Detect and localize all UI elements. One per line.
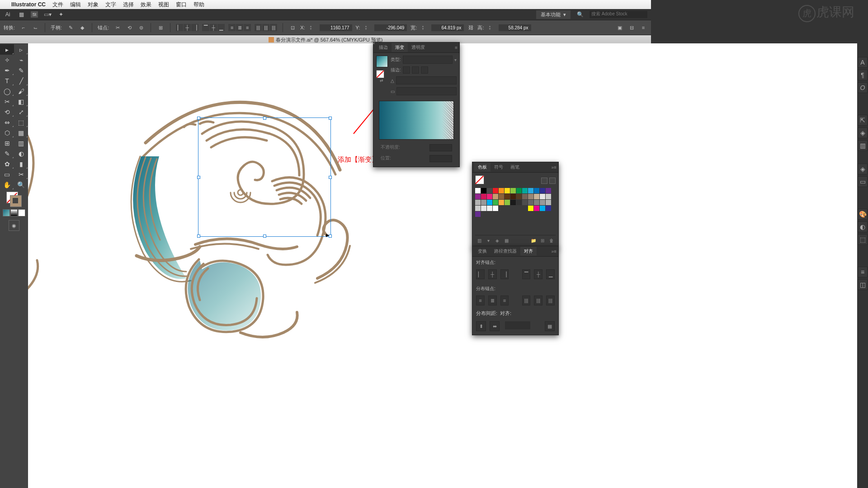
swatch-cell[interactable] [499,194,504,199]
dist6-icon[interactable]: ||| [270,24,277,31]
anchor1-icon[interactable]: ✂ [113,23,122,32]
fill-stroke-swatch[interactable] [6,192,22,207]
swatch-cell[interactable] [493,194,498,199]
perspective-tool[interactable]: ▦ [14,127,28,138]
paintbrush-tool[interactable]: 🖌 [14,86,28,96]
swatch-menu-icon[interactable]: ▾ [485,237,491,244]
swatch-cell[interactable] [534,194,539,199]
arrange2-icon[interactable]: ⊟ [627,23,636,32]
isolate-icon[interactable]: ▣ [616,23,624,32]
stroke-opt3[interactable] [421,66,428,74]
tab-gradient[interactable]: 渐变 [392,43,408,52]
swatch-cell[interactable] [487,188,492,193]
selection-bounding-box[interactable] [198,117,331,237]
link-wh-icon[interactable]: ⛓ [467,24,474,31]
dist-vspace-btn[interactable]: ⬍ [476,321,486,331]
tab-align[interactable]: 对齐 [520,247,537,256]
swatch-cell[interactable] [540,188,545,193]
none-swatch[interactable] [475,175,484,184]
shape-builder-tool[interactable]: ⬡ [0,127,14,138]
corner-icon[interactable]: ⌐ [19,23,28,32]
column-graph-tool[interactable]: ▮ [14,159,28,169]
gradient-none[interactable] [376,70,384,78]
stroke-opt1[interactable] [403,66,410,74]
anchor3-icon[interactable]: ⊜ [137,23,145,32]
ref-point-icon[interactable]: ⊡ [288,23,297,32]
dist3-icon[interactable]: ≡ [244,24,251,31]
stock-icon[interactable]: St [31,11,38,18]
opacity-field[interactable] [429,144,452,151]
tab-symbols[interactable]: 符号 [491,163,507,172]
swatch-cell[interactable] [481,188,486,193]
swatch-cell[interactable] [516,194,522,199]
dist-right-btn[interactable]: ||| [546,296,555,305]
rotate-tool[interactable]: ⟲ [0,107,14,117]
menu-edit[interactable]: 编辑 [70,1,81,9]
corner2-icon[interactable]: ⌙ [31,23,39,32]
menu-select[interactable]: 选择 [123,1,134,9]
stroke-opt2[interactable] [412,66,419,74]
tab-stroke[interactable]: 描边 [375,43,392,52]
artboard-tool[interactable]: ▭ [0,169,14,179]
dist-hspace-btn[interactable]: ⬌ [490,321,500,331]
swatch-cell[interactable] [534,206,539,211]
blend-tool[interactable]: ◐ [14,148,28,159]
y-spinner[interactable]: ▲▼ [364,23,371,32]
snap-icon[interactable]: ⊞ [156,23,165,32]
dist2-icon[interactable]: ≣ [236,24,243,31]
dist-hcenter-btn[interactable]: ||| [534,296,542,305]
gradient-preview[interactable] [376,56,388,67]
search-icon[interactable]: 🔍 [576,10,584,19]
w-value[interactable]: 64.819 px [431,24,464,31]
swatch-cell[interactable] [528,200,533,205]
swatch-cell[interactable] [499,200,504,205]
opts-icon[interactable]: ≡ [639,23,647,32]
menu-window[interactable]: 窗口 [176,1,187,9]
lasso-tool[interactable]: ⌁ [14,55,28,65]
align-vcenter-btn[interactable]: ┼ [534,269,542,279]
align-right-icon[interactable]: ▕ [191,24,198,31]
swatch-cell[interactable] [522,194,528,199]
swatch-cell[interactable] [493,188,498,193]
align-top-icon[interactable]: ▔ [202,24,209,31]
gradient-tool[interactable]: ▥ [14,138,28,148]
tab-swatches[interactable]: 色板 [474,163,491,172]
swatch-cell[interactable] [510,188,516,193]
swatch-cell[interactable] [540,206,545,211]
swatch-cell[interactable] [510,194,516,199]
panel-menu-icon[interactable]: ≡ [455,45,458,50]
swatch-cell[interactable] [505,188,510,193]
gpu-icon[interactable]: ✦ [57,10,65,19]
swatch-cell[interactable] [522,188,528,193]
dist-bottom-btn[interactable]: ≡ [500,296,509,305]
align-hcenter-icon[interactable]: ┼ [184,24,191,31]
swatch-cell[interactable] [475,188,481,193]
dist1-icon[interactable]: ≡ [228,24,236,31]
swatch-cell[interactable] [534,188,539,193]
panel-menu-icon[interactable]: ≡ [554,249,557,254]
arrange-icon[interactable]: ▭▾ [43,10,52,19]
spacing-field[interactable] [505,321,530,329]
mesh-tool[interactable]: ⊞ [0,138,14,148]
gradient-ramp[interactable] [379,101,454,140]
search-input[interactable]: 搜索 Adobe Stock [590,11,647,18]
menu-type[interactable]: 文字 [105,1,116,9]
menu-object[interactable]: 对象 [88,1,99,9]
swatch-cell[interactable] [475,211,481,217]
swatch-cell[interactable] [493,200,498,205]
swatch-cell[interactable] [510,200,516,205]
y-value[interactable]: -296.049 [374,24,407,31]
align-vcenter-icon[interactable]: ┼ [210,24,217,31]
swatch-cell[interactable] [540,200,545,205]
swatch-cell[interactable] [534,200,539,205]
location-field[interactable] [429,155,452,162]
rectangle-tool[interactable]: ◯ [0,86,14,96]
swatch-cell[interactable] [475,206,481,211]
delete-swatch-icon[interactable]: 🗑 [548,237,555,244]
dist5-icon[interactable]: ||| [262,24,269,31]
menu-effect[interactable]: 效果 [141,1,151,9]
swatch-cell[interactable] [516,188,522,193]
handle1-icon[interactable]: ✎ [66,23,75,32]
dist-left-btn[interactable]: ||| [522,296,531,305]
swatch-cell[interactable] [481,194,486,199]
